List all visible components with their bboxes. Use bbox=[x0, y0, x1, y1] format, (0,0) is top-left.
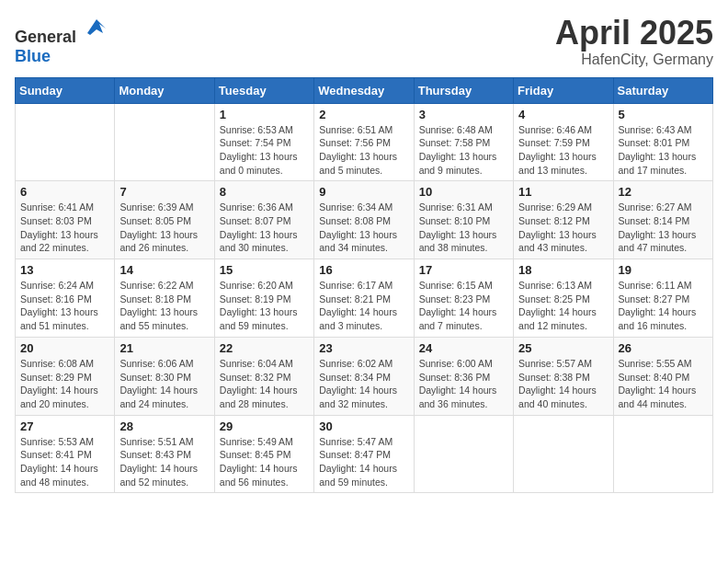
calendar-cell: 13Sunrise: 6:24 AMSunset: 8:16 PMDayligh… bbox=[16, 259, 115, 338]
weekday-header-wednesday: Wednesday bbox=[314, 77, 414, 103]
calendar-cell: 3Sunrise: 6:48 AMSunset: 7:58 PMDaylight… bbox=[414, 103, 513, 181]
calendar-cell: 25Sunrise: 5:57 AMSunset: 8:38 PMDayligh… bbox=[514, 337, 613, 415]
day-info: Sunrise: 6:02 AMSunset: 8:34 PMDaylight:… bbox=[319, 357, 408, 411]
day-info: Sunrise: 5:55 AMSunset: 8:40 PMDaylight:… bbox=[619, 357, 708, 411]
day-number: 29 bbox=[220, 419, 309, 433]
day-info: Sunrise: 6:04 AMSunset: 8:32 PMDaylight:… bbox=[220, 357, 309, 411]
day-number: 14 bbox=[119, 263, 209, 277]
day-number: 15 bbox=[220, 263, 309, 277]
day-number: 16 bbox=[319, 263, 408, 277]
day-number: 30 bbox=[319, 419, 408, 433]
calendar-cell: 30Sunrise: 5:47 AMSunset: 8:47 PMDayligh… bbox=[314, 415, 414, 493]
page-header: General Blue April 2025 HafenCity, Germa… bbox=[15, 15, 713, 68]
day-number: 26 bbox=[619, 341, 708, 355]
day-number: 17 bbox=[419, 263, 508, 277]
day-info: Sunrise: 6:53 AMSunset: 7:54 PMDaylight:… bbox=[220, 123, 309, 178]
calendar-cell: 6Sunrise: 6:41 AMSunset: 8:03 PMDaylight… bbox=[16, 181, 115, 259]
weekday-header-monday: Monday bbox=[115, 77, 214, 103]
day-info: Sunrise: 6:20 AMSunset: 8:19 PMDaylight:… bbox=[220, 279, 309, 333]
calendar-cell: 12Sunrise: 6:27 AMSunset: 8:14 PMDayligh… bbox=[613, 181, 712, 259]
day-number: 25 bbox=[518, 341, 608, 355]
weekday-header-friday: Friday bbox=[514, 77, 613, 103]
calendar-cell: 18Sunrise: 6:13 AMSunset: 8:25 PMDayligh… bbox=[514, 259, 613, 338]
calendar-cell: 1Sunrise: 6:53 AMSunset: 7:54 PMDaylight… bbox=[214, 103, 313, 181]
day-number: 9 bbox=[319, 185, 408, 199]
calendar-cell: 15Sunrise: 6:20 AMSunset: 8:19 PMDayligh… bbox=[214, 259, 313, 338]
weekday-header-thursday: Thursday bbox=[414, 77, 513, 103]
weekday-header-tuesday: Tuesday bbox=[214, 77, 313, 103]
day-info: Sunrise: 5:57 AMSunset: 8:38 PMDaylight:… bbox=[518, 357, 608, 411]
day-info: Sunrise: 5:51 AMSunset: 8:43 PMDaylight:… bbox=[119, 435, 209, 489]
calendar-cell: 23Sunrise: 6:02 AMSunset: 8:34 PMDayligh… bbox=[314, 337, 414, 415]
day-info: Sunrise: 6:43 AMSunset: 8:01 PMDaylight:… bbox=[619, 123, 708, 178]
day-info: Sunrise: 6:48 AMSunset: 7:58 PMDaylight:… bbox=[419, 123, 508, 178]
calendar-cell: 2Sunrise: 6:51 AMSunset: 7:56 PMDaylight… bbox=[314, 103, 414, 181]
day-info: Sunrise: 5:53 AMSunset: 8:41 PMDaylight:… bbox=[20, 435, 109, 489]
svg-marker-0 bbox=[87, 19, 106, 35]
calendar-week-row: 27Sunrise: 5:53 AMSunset: 8:41 PMDayligh… bbox=[16, 415, 713, 493]
day-info: Sunrise: 5:47 AMSunset: 8:47 PMDaylight:… bbox=[319, 435, 408, 489]
calendar-cell bbox=[514, 415, 613, 493]
calendar-cell: 26Sunrise: 5:55 AMSunset: 8:40 PMDayligh… bbox=[613, 337, 712, 415]
day-number: 5 bbox=[619, 108, 708, 121]
day-info: Sunrise: 6:36 AMSunset: 8:07 PMDaylight:… bbox=[220, 201, 309, 255]
location-title: HafenCity, Germany bbox=[555, 52, 713, 68]
day-number: 6 bbox=[20, 185, 109, 199]
month-title: April 2025 bbox=[555, 15, 713, 52]
calendar-cell: 28Sunrise: 5:51 AMSunset: 8:43 PMDayligh… bbox=[115, 415, 214, 493]
calendar-cell: 19Sunrise: 6:11 AMSunset: 8:27 PMDayligh… bbox=[613, 259, 712, 338]
day-info: Sunrise: 6:11 AMSunset: 8:27 PMDaylight:… bbox=[619, 279, 708, 333]
calendar-week-row: 1Sunrise: 6:53 AMSunset: 7:54 PMDaylight… bbox=[16, 103, 713, 181]
day-info: Sunrise: 6:27 AMSunset: 8:14 PMDaylight:… bbox=[619, 201, 708, 255]
day-info: Sunrise: 6:06 AMSunset: 8:30 PMDaylight:… bbox=[119, 357, 209, 411]
day-number: 28 bbox=[119, 419, 209, 433]
calendar-cell: 14Sunrise: 6:22 AMSunset: 8:18 PMDayligh… bbox=[115, 259, 214, 338]
logo: General Blue bbox=[15, 15, 110, 66]
day-info: Sunrise: 6:15 AMSunset: 8:23 PMDaylight:… bbox=[419, 279, 508, 333]
day-number: 8 bbox=[220, 185, 309, 199]
calendar-cell: 22Sunrise: 6:04 AMSunset: 8:32 PMDayligh… bbox=[214, 337, 313, 415]
day-number: 23 bbox=[319, 341, 408, 355]
day-info: Sunrise: 6:46 AMSunset: 7:59 PMDaylight:… bbox=[518, 123, 608, 178]
day-info: Sunrise: 6:13 AMSunset: 8:25 PMDaylight:… bbox=[518, 279, 608, 333]
calendar-cell: 29Sunrise: 5:49 AMSunset: 8:45 PMDayligh… bbox=[214, 415, 313, 493]
day-info: Sunrise: 6:22 AMSunset: 8:18 PMDaylight:… bbox=[119, 279, 209, 333]
logo-general: General bbox=[15, 28, 76, 46]
day-info: Sunrise: 6:39 AMSunset: 8:05 PMDaylight:… bbox=[119, 201, 209, 255]
calendar-cell bbox=[16, 103, 115, 181]
calendar-cell: 27Sunrise: 5:53 AMSunset: 8:41 PMDayligh… bbox=[16, 415, 115, 493]
day-number: 2 bbox=[319, 108, 408, 121]
day-number: 22 bbox=[220, 341, 309, 355]
calendar-cell: 10Sunrise: 6:31 AMSunset: 8:10 PMDayligh… bbox=[414, 181, 513, 259]
day-info: Sunrise: 6:34 AMSunset: 8:08 PMDaylight:… bbox=[319, 201, 408, 255]
day-info: Sunrise: 6:00 AMSunset: 8:36 PMDaylight:… bbox=[419, 357, 508, 411]
day-number: 18 bbox=[518, 263, 608, 277]
day-number: 4 bbox=[518, 108, 608, 121]
logo-wordmark: General Blue bbox=[15, 15, 110, 66]
day-info: Sunrise: 6:08 AMSunset: 8:29 PMDaylight:… bbox=[20, 357, 109, 411]
day-number: 19 bbox=[619, 263, 708, 277]
calendar-cell: 11Sunrise: 6:29 AMSunset: 8:12 PMDayligh… bbox=[514, 181, 613, 259]
calendar-cell: 24Sunrise: 6:00 AMSunset: 8:36 PMDayligh… bbox=[414, 337, 513, 415]
calendar-cell bbox=[613, 415, 712, 493]
calendar-cell: 16Sunrise: 6:17 AMSunset: 8:21 PMDayligh… bbox=[314, 259, 414, 338]
calendar-cell: 4Sunrise: 6:46 AMSunset: 7:59 PMDaylight… bbox=[514, 103, 613, 181]
calendar-week-row: 20Sunrise: 6:08 AMSunset: 8:29 PMDayligh… bbox=[16, 337, 713, 415]
calendar-table: SundayMondayTuesdayWednesdayThursdayFrid… bbox=[15, 77, 713, 494]
calendar-cell: 20Sunrise: 6:08 AMSunset: 8:29 PMDayligh… bbox=[16, 337, 115, 415]
calendar-cell: 7Sunrise: 6:39 AMSunset: 8:05 PMDaylight… bbox=[115, 181, 214, 259]
title-block: April 2025 HafenCity, Germany bbox=[555, 15, 713, 68]
logo-bird-icon bbox=[83, 15, 110, 42]
day-number: 1 bbox=[220, 108, 309, 121]
day-info: Sunrise: 6:17 AMSunset: 8:21 PMDaylight:… bbox=[319, 279, 408, 333]
calendar-cell bbox=[115, 103, 214, 181]
day-info: Sunrise: 5:49 AMSunset: 8:45 PMDaylight:… bbox=[220, 435, 309, 489]
calendar-cell: 9Sunrise: 6:34 AMSunset: 8:08 PMDaylight… bbox=[314, 181, 414, 259]
weekday-header-row: SundayMondayTuesdayWednesdayThursdayFrid… bbox=[16, 77, 713, 103]
day-number: 21 bbox=[119, 341, 209, 355]
day-number: 3 bbox=[419, 108, 508, 121]
day-number: 13 bbox=[20, 263, 109, 277]
logo-blue: Blue bbox=[15, 47, 51, 65]
day-info: Sunrise: 6:51 AMSunset: 7:56 PMDaylight:… bbox=[319, 123, 408, 178]
day-number: 27 bbox=[20, 419, 109, 433]
